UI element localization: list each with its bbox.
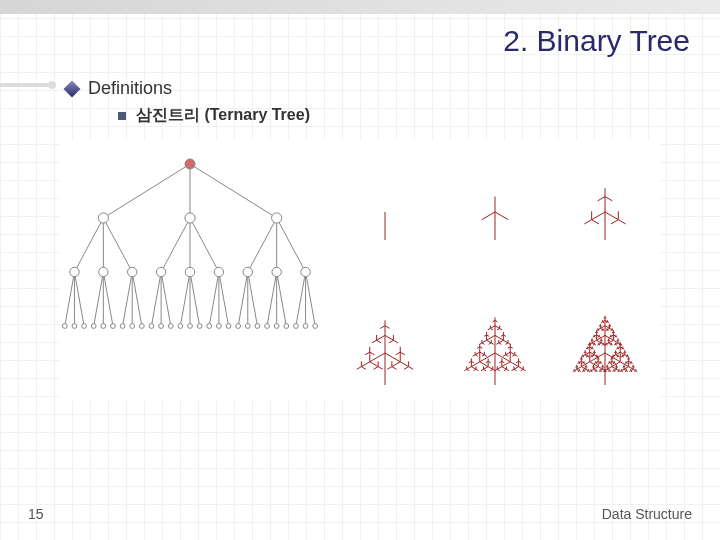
svg-line-168 <box>473 355 476 356</box>
svg-line-110 <box>370 352 375 355</box>
svg-line-193 <box>490 326 495 329</box>
svg-line-26 <box>190 272 200 326</box>
svg-line-186 <box>479 343 482 344</box>
svg-line-228 <box>510 352 515 355</box>
svg-point-52 <box>62 324 67 329</box>
svg-line-357 <box>586 348 587 349</box>
svg-line-492 <box>610 344 611 345</box>
svg-line-204 <box>497 328 500 329</box>
svg-line-273 <box>599 363 600 364</box>
svg-point-66 <box>197 324 202 329</box>
svg-line-123 <box>389 340 394 343</box>
svg-line-180 <box>487 340 492 343</box>
svg-line-250 <box>497 367 502 370</box>
svg-line-612 <box>608 363 609 364</box>
accent-line-icon <box>0 83 48 87</box>
ternary-tree-diagram <box>60 150 320 340</box>
svg-line-126 <box>396 352 401 355</box>
svg-line-330 <box>577 363 578 364</box>
svg-line-166 <box>475 352 480 355</box>
svg-line-86 <box>592 220 599 224</box>
page-number: 15 <box>28 506 44 522</box>
svg-line-15 <box>94 272 104 326</box>
svg-point-72 <box>255 324 260 329</box>
svg-line-519 <box>616 348 617 349</box>
svg-line-210 <box>503 340 508 343</box>
svg-point-64 <box>178 324 183 329</box>
svg-line-174 <box>480 352 485 355</box>
svg-line-402 <box>588 344 589 345</box>
svg-point-46 <box>156 267 165 276</box>
svg-line-500 <box>609 340 610 341</box>
svg-line-149 <box>484 369 487 370</box>
svg-line-239 <box>523 369 526 370</box>
svg-line-243 <box>511 369 514 370</box>
svg-line-157 <box>467 367 472 370</box>
svg-point-42 <box>272 213 282 223</box>
svg-line-378 <box>590 356 591 357</box>
svg-line-113 <box>377 340 382 343</box>
svg-line-318 <box>578 371 579 372</box>
svg-line-105 <box>357 367 362 370</box>
svg-line-147 <box>490 369 493 370</box>
svg-line-443 <box>605 317 606 318</box>
svg-line-114 <box>372 340 377 343</box>
svg-line-581 <box>624 366 625 367</box>
svg-line-218 <box>495 353 510 362</box>
svg-line-92 <box>605 197 612 201</box>
svg-line-29 <box>219 272 229 326</box>
svg-line-215 <box>499 343 502 344</box>
svg-point-73 <box>265 324 270 329</box>
svg-point-61 <box>149 324 154 329</box>
svg-line-429 <box>596 330 597 331</box>
svg-line-17 <box>103 272 113 326</box>
svg-line-20 <box>132 272 142 326</box>
svg-line-201 <box>495 326 500 329</box>
square-bullet-icon <box>118 112 126 120</box>
svg-line-587 <box>616 366 617 367</box>
svg-line-35 <box>277 272 287 326</box>
svg-point-53 <box>72 324 77 329</box>
svg-line-182 <box>491 343 494 344</box>
subheading-row: 삼진트리 (Ternary Tree) <box>118 105 310 126</box>
svg-point-62 <box>159 324 164 329</box>
svg-point-63 <box>168 324 173 329</box>
svg-line-214 <box>499 340 504 343</box>
svg-line-560 <box>633 366 634 367</box>
svg-line-309 <box>587 371 588 372</box>
svg-line-269 <box>598 358 599 359</box>
svg-line-537 <box>626 356 627 357</box>
svg-line-18 <box>123 272 133 326</box>
svg-line-134 <box>392 367 397 370</box>
svg-line-24 <box>180 272 190 326</box>
svg-line-416 <box>597 332 598 333</box>
svg-line-600 <box>608 371 609 372</box>
svg-line-524 <box>620 344 621 345</box>
svg-line-138 <box>480 353 495 362</box>
svg-line-9 <box>248 218 277 272</box>
svg-line-339 <box>583 363 584 364</box>
svg-line-183 <box>489 343 492 344</box>
svg-line-96 <box>611 220 618 224</box>
svg-line-456 <box>611 330 612 331</box>
svg-line-573 <box>625 371 626 372</box>
svg-line-594 <box>613 371 614 372</box>
svg-line-155 <box>476 369 479 370</box>
svg-point-51 <box>301 267 310 276</box>
svg-line-112 <box>377 335 385 340</box>
svg-point-60 <box>139 324 144 329</box>
svg-line-117 <box>380 326 385 329</box>
svg-point-58 <box>120 324 125 329</box>
svg-line-459 <box>606 330 607 331</box>
svg-line-251 <box>497 369 500 370</box>
svg-line-83 <box>495 212 508 220</box>
svg-line-465 <box>609 336 610 337</box>
svg-line-495 <box>605 344 606 345</box>
svg-line-124 <box>385 353 400 362</box>
svg-line-335 <box>581 358 582 359</box>
footer-text: Data Structure <box>602 506 692 522</box>
svg-line-150 <box>481 369 484 370</box>
svg-line-291 <box>595 371 596 372</box>
svg-line-36 <box>296 272 306 326</box>
svg-line-371 <box>594 352 595 353</box>
